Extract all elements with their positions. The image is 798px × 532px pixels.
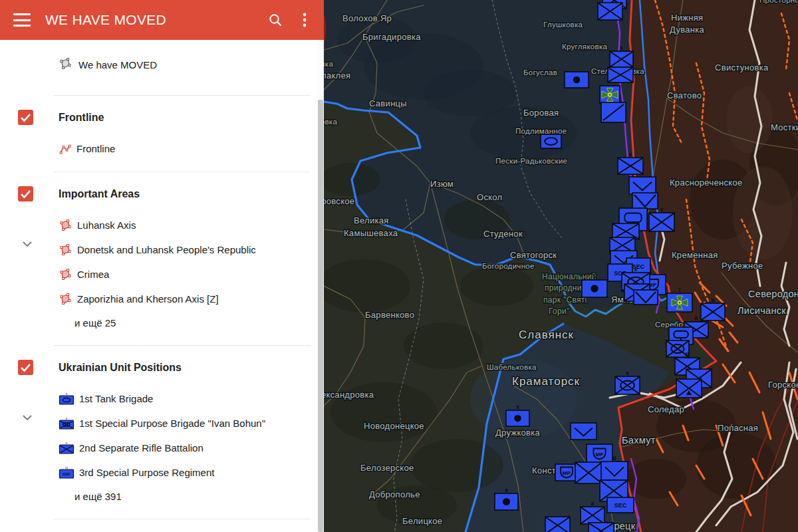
red-polygon-icon bbox=[59, 243, 72, 256]
map-label-: Белицкое bbox=[402, 516, 442, 526]
item-label: 1st Special Purpose Brigade "Ivan Bohun" bbox=[79, 418, 265, 429]
unit-size-mark: II bbox=[694, 315, 698, 322]
map-title: WE HAVE MOVED bbox=[45, 12, 268, 28]
list-item-1st-tank-brigade[interactable]: x1st Tank Brigade bbox=[59, 386, 317, 411]
divider bbox=[53, 345, 311, 346]
map-canvas[interactable]: Волохов ЯрБригадировкаровкалаклеяСавинцы… bbox=[324, 0, 798, 532]
map-label-: Краснореченское bbox=[670, 178, 742, 188]
map-label-: Савинцы bbox=[369, 98, 407, 108]
map-label-: Славянск bbox=[519, 329, 574, 341]
unit-size-mark: II bbox=[686, 351, 689, 358]
red-polygon-icon bbox=[59, 268, 72, 281]
unit-marker-mp[interactable]: MP bbox=[587, 444, 612, 464]
unit-marker-x[interactable] bbox=[575, 462, 602, 483]
show-more-link[interactable]: и ещё 25 bbox=[74, 311, 317, 334]
unit-marker-diag[interactable] bbox=[601, 102, 626, 122]
unit-marker-mp[interactable]: MP bbox=[555, 464, 578, 481]
item-label: 2nd Separate Rifle Battalion bbox=[79, 442, 203, 454]
divider bbox=[53, 172, 311, 172]
list-item-frontline[interactable]: Frontline bbox=[59, 136, 317, 161]
show-more-link[interactable]: и ещё 391 bbox=[74, 485, 317, 508]
unit-size-mark: x bbox=[620, 45, 623, 51]
section-ukrainian-unit-positions: Ukrainian Unit Positionsx1st Tank Brigad… bbox=[0, 360, 317, 519]
chevron-down-icon[interactable] bbox=[22, 238, 33, 250]
unit-marker-x[interactable] bbox=[608, 67, 633, 82]
svg-text:MP: MP bbox=[596, 452, 604, 458]
unit-size-mark: x bbox=[634, 266, 637, 273]
list-item-1st-special-purpose-brigade-ivan-bohun[interactable]: x1st Special Purpose Brigade "Ivan Bohun… bbox=[59, 411, 317, 436]
list-item-crimea[interactable]: Crimea bbox=[59, 262, 317, 287]
sidebar-scrollbar[interactable] bbox=[317, 40, 324, 532]
sidebar-header: WE HAVE MOVED bbox=[0, 0, 324, 40]
map-label-: Лисичанск bbox=[737, 305, 786, 316]
svg-text:ııı: ııı bbox=[65, 466, 68, 469]
map-label-: Просторное bbox=[759, 0, 798, 4]
map-label-: Горское bbox=[768, 380, 798, 390]
layer-checkbox-important-areas[interactable] bbox=[18, 186, 33, 201]
red-polygon-icon bbox=[59, 219, 72, 231]
unit-marker-chevron[interactable] bbox=[571, 423, 597, 440]
unit-size-mark: x bbox=[626, 370, 629, 376]
legend-item-label: We have MOVED bbox=[78, 59, 157, 70]
section-title: Important Areas bbox=[59, 188, 140, 200]
section-frontline: FrontlineFrontline bbox=[0, 110, 317, 172]
svg-text:x: x bbox=[66, 392, 68, 396]
chevron-down-icon[interactable] bbox=[22, 412, 33, 424]
map-label-: Мостки bbox=[771, 122, 798, 132]
map-label-: Бригадировка bbox=[362, 32, 421, 42]
svg-text:ıı: ıı bbox=[66, 442, 68, 445]
scrollbar-thumb[interactable] bbox=[318, 100, 323, 532]
item-label: 1st Tank Brigade bbox=[79, 393, 153, 404]
item-label: Donetsk and Luhansk People's Republic bbox=[77, 244, 256, 255]
unit-tank-icon: x bbox=[59, 392, 74, 405]
unit-marker-sec[interactable]: SEC bbox=[607, 497, 634, 513]
list-item-luhansk-axis[interactable]: Luhansk Axis bbox=[59, 213, 317, 237]
unit-marker-oval[interactable] bbox=[541, 134, 561, 148]
map-label-: Кременная bbox=[672, 250, 718, 260]
unit-marker-x[interactable] bbox=[589, 523, 614, 532]
unit-size-mark: x bbox=[593, 273, 596, 280]
list-item-zaporizhia-and-kherson-axis-z[interactable]: Zaporizhia and Kherson Axis [Z] bbox=[59, 287, 317, 311]
unit-size-mark: x bbox=[711, 297, 714, 303]
map-label-: Богуслав bbox=[523, 68, 557, 76]
svg-text:SOF: SOF bbox=[63, 472, 70, 476]
map-label-: Боровая bbox=[523, 108, 559, 118]
map-label-: Рубежное bbox=[722, 261, 763, 271]
map-label-: Белозерское bbox=[360, 463, 414, 473]
unit-marker-emblem[interactable] bbox=[600, 86, 620, 104]
map-label-: тровское bbox=[324, 196, 354, 206]
unit-marker-xtri[interactable] bbox=[676, 379, 702, 398]
legend-item-we-have-moved[interactable]: We have MOVED bbox=[59, 53, 317, 76]
layer-checkbox-ukrainian-unit-positions[interactable] bbox=[18, 360, 33, 375]
map-label-: Дуванка bbox=[670, 25, 705, 35]
map-label-: Подлиманное bbox=[515, 127, 567, 135]
section-items: Frontline bbox=[59, 136, 317, 161]
unit-rifle-icon: ıı bbox=[59, 442, 74, 454]
unit-marker-env[interactable] bbox=[632, 193, 658, 209]
map-label-: Нижняя bbox=[671, 13, 703, 23]
svg-text:SEC: SEC bbox=[614, 502, 627, 509]
layer-checkbox-frontline[interactable] bbox=[18, 110, 33, 125]
unit-size-mark: x bbox=[505, 487, 508, 493]
map-label-: лаклея bbox=[324, 70, 350, 80]
map-label-: лександровка bbox=[324, 390, 374, 400]
unit-marker-x[interactable] bbox=[545, 517, 570, 532]
unit-marker-env[interactable] bbox=[634, 290, 658, 305]
list-item-3rd-special-purpose-regiment[interactable]: SOFııı3rd Special Purpose Regiment bbox=[59, 460, 317, 485]
unit-size-mark: x bbox=[660, 206, 663, 213]
map-label-: Бахмут bbox=[622, 435, 656, 446]
item-label: Crimea bbox=[77, 269, 109, 280]
map-label-: Великая bbox=[354, 215, 389, 225]
search-icon[interactable] bbox=[268, 13, 283, 27]
hamburger-menu-icon[interactable] bbox=[13, 13, 31, 27]
unit-sof-icon: SOFııı bbox=[59, 466, 74, 479]
list-item-2nd-separate-rifle-battalion[interactable]: ıı2nd Separate Rifle Battalion bbox=[59, 436, 317, 460]
unit-marker-chevron[interactable] bbox=[629, 177, 656, 194]
gray-polygon-icon bbox=[59, 57, 72, 72]
unit-marker-x[interactable] bbox=[598, 3, 622, 20]
map-label-: природний bbox=[545, 283, 587, 293]
unit-marker-dot[interactable] bbox=[565, 72, 589, 88]
kebab-menu-icon[interactable] bbox=[303, 13, 307, 27]
map-label-: Соледар bbox=[648, 404, 684, 414]
list-item-donetsk-and-luhansk-people-s-republic[interactable]: Donetsk and Luhansk People's Republic bbox=[59, 237, 317, 262]
